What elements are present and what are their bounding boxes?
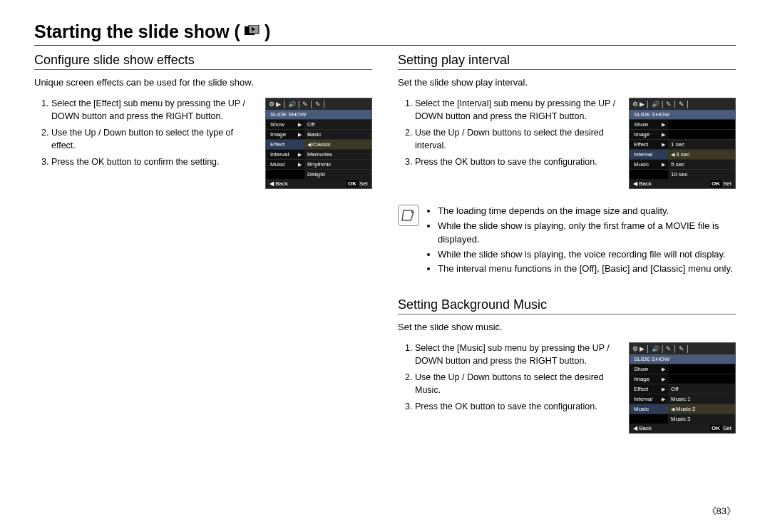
step-item: Select the [Effect] sub menu by pressing… [51, 98, 258, 123]
manual-page: Starting the slide show ( ) Configure sl… [0, 0, 770, 455]
menu-row: Interval◀3 sec [630, 149, 735, 159]
menu-row-label [630, 170, 668, 179]
back-hint: ◀ Back [633, 180, 652, 187]
music-intro: Set the slide show music. [398, 322, 736, 332]
menu-row-option [668, 130, 735, 139]
music-camera-menu: ⚙▶│🔊│✎│✎│SLIDE SHOWShow▶Image▶Effect▶Off… [629, 342, 736, 434]
menu-row-option: Music 3 [668, 414, 735, 424]
effects-rule [34, 69, 372, 70]
menu-row: Music▶Rhythmic [266, 159, 371, 169]
note-icon [398, 205, 419, 226]
menu-row-label [630, 414, 668, 424]
step-item: Use the Up / Down button to select the t… [51, 127, 258, 152]
notes-block: The loading time depends on the image si… [398, 205, 736, 277]
menu-row-label: Interval▶ [630, 394, 668, 404]
effects-steps: Select the [Effect] sub menu by pressing… [34, 98, 258, 173]
left-column: Configure slide show effects Unique scre… [34, 53, 372, 434]
menu-row-label: Show▶ [630, 364, 668, 374]
page-number: 《83》 [707, 505, 736, 518]
menu-row: Delight [266, 169, 371, 179]
menu-row-label [266, 170, 304, 179]
menu-row: Image▶ [630, 129, 735, 139]
menu-row: Interval▶Memories [266, 149, 371, 159]
interval-heading: Setting play interval [398, 53, 736, 68]
menu-row: Music◀Music 2 [630, 404, 735, 414]
menu-row-label: Show▶ [266, 120, 304, 129]
ok-hint: OKSet [346, 180, 368, 187]
menu-row: Show▶ [630, 364, 735, 374]
menu-row: Effect◀Classic [266, 139, 371, 149]
menu-title: SLIDE SHOW [630, 110, 735, 119]
menu-row-label: Show▶ [630, 120, 668, 129]
menu-row-label: Effect [266, 140, 304, 149]
menu-row-option: 10 sec [668, 170, 735, 179]
menu-row: Show▶Off [266, 119, 371, 129]
effects-camera-menu: ⚙▶│🔊│✎│✎│SLIDE SHOWShow▶OffImage▶BasicEf… [265, 98, 372, 189]
menu-row-label: Interval▶ [266, 150, 304, 159]
page-title-close: ) [265, 21, 270, 42]
menu-row: Music 3 [630, 414, 735, 424]
back-hint: ◀ Back [633, 425, 652, 431]
notes-list: The loading time depends on the image si… [428, 205, 736, 277]
interval-steps: Select the [Interval] sub menu by pressi… [398, 98, 622, 173]
back-hint: ◀ Back [270, 180, 288, 187]
interval-camera-menu: ⚙▶│🔊│✎│✎│SLIDE SHOWShow▶Image▶Effect▶1 s… [629, 98, 736, 189]
music-heading: Setting Background Music [398, 297, 736, 312]
music-steps: Select the [Music] sub menu by pressing … [398, 342, 622, 418]
ok-hint: OKSet [710, 425, 732, 431]
menu-row-option [668, 374, 735, 384]
menu-row-option: ◀3 sec [668, 150, 735, 159]
menu-row: Image▶ [630, 374, 735, 384]
menu-footer: ◀ BackOKSet [266, 179, 371, 188]
step-item: Use the Up / Down buttons to select the … [415, 372, 622, 397]
menu-row-option [668, 120, 735, 129]
step-item: Press the OK button to confirm the setti… [51, 156, 258, 169]
note-item: While the slide show is playing, the voi… [438, 248, 736, 262]
music-section: Setting Background Music Set the slide s… [398, 297, 736, 434]
menu-row: Interval▶Music 1 [630, 394, 735, 404]
menu-footer: ◀ BackOKSet [630, 424, 735, 433]
menu-row-label: Effect▶ [630, 384, 668, 394]
menu-row-label: Music▶ [266, 160, 304, 169]
note-item: While the slide show is playing, only th… [438, 220, 736, 247]
menu-row-label: Music [630, 404, 668, 414]
step-item: Select the [Interval] sub menu by pressi… [415, 98, 622, 123]
note-item: The loading time depends on the image si… [438, 205, 736, 218]
menu-title: SLIDE SHOW [266, 110, 371, 119]
ok-hint: OKSet [710, 180, 732, 187]
menu-row: Effect▶Off [630, 384, 735, 394]
content-columns: Configure slide show effects Unique scre… [34, 53, 736, 434]
music-rule [398, 314, 736, 314]
step-item: Press the OK button to save the configur… [415, 401, 622, 414]
menu-row-option: Off [668, 384, 735, 394]
menu-row-option: 5 sec [668, 160, 735, 169]
menu-row: 10 sec [630, 169, 735, 179]
menu-row-option: Memories [304, 150, 371, 159]
menu-row-option: 1 sec [668, 140, 735, 149]
menu-row-option: ◀Music 2 [668, 404, 735, 414]
menu-row: Show▶ [630, 119, 735, 129]
menu-row-option [668, 364, 735, 374]
slideshow-icon [245, 24, 260, 40]
right-column: Setting play interval Set the slide show… [398, 53, 736, 434]
menu-row-label: Music▶ [630, 160, 668, 169]
menu-row-option: Music 1 [668, 394, 735, 404]
effects-intro: Unique screen effects can be used for th… [34, 77, 372, 88]
title-rule [34, 45, 736, 46]
menu-row-option: Off [304, 120, 371, 129]
menu-row: Effect▶1 sec [630, 139, 735, 149]
menu-row: Music▶5 sec [630, 159, 735, 169]
menu-footer: ◀ BackOKSet [630, 179, 735, 188]
menu-row-option: ◀Classic [304, 140, 371, 149]
page-title-text: Starting the slide show ( [34, 21, 240, 42]
step-item: Select the [Music] sub menu by pressing … [415, 342, 622, 367]
menu-top-icons: ⚙▶│🔊│✎│✎│ [630, 343, 735, 354]
step-item: Use the Up / Down buttons to select the … [415, 127, 622, 152]
step-item: Press the OK button to save the configur… [415, 156, 622, 169]
menu-row-option: Delight [304, 170, 371, 179]
effects-heading: Configure slide show effects [34, 53, 372, 68]
menu-row-label: Image▶ [630, 374, 668, 384]
interval-rule [398, 69, 736, 70]
menu-row: Image▶Basic [266, 129, 371, 139]
menu-title: SLIDE SHOW [630, 354, 735, 364]
